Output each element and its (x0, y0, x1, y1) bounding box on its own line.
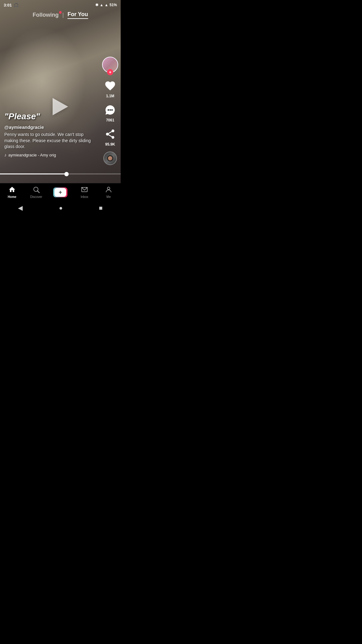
home-label: Home (8, 195, 16, 199)
top-navigation: Following | For You (0, 9, 121, 21)
nav-inbox[interactable]: Inbox (72, 186, 97, 199)
status-left: 3:01 🎧 (4, 3, 19, 7)
android-back-button[interactable]: ◀ (18, 204, 23, 212)
status-right: ✱ ▲ ▲ 51% (95, 3, 117, 7)
inbox-icon (81, 186, 88, 195)
like-count: 1.1M (106, 94, 114, 98)
music-disc[interactable] (103, 151, 117, 165)
wifi-icon: ▲ (100, 3, 103, 7)
music-text: aymieandgracie - Amy orig (8, 153, 56, 157)
spinning-disc (103, 151, 117, 165)
signal-icon: ▲ (105, 3, 108, 7)
comment-action[interactable]: 7061 (103, 103, 117, 122)
creator-username[interactable]: @aymieandgracie (4, 125, 93, 130)
nav-divider: | (62, 12, 64, 18)
svg-point-5 (111, 109, 113, 111)
caption-area: "Please" @aymieandgracie Penny wants to … (4, 112, 93, 157)
share-action[interactable]: 95.9K (103, 127, 117, 147)
inbox-label: Inbox (81, 195, 88, 199)
nav-create[interactable]: + (48, 187, 72, 197)
nav-me[interactable]: Me (97, 186, 121, 199)
android-home-button[interactable]: ● (59, 204, 62, 212)
profile-icon (105, 186, 112, 195)
share-count: 95.9K (105, 142, 115, 147)
battery-display: 51% (110, 3, 117, 7)
svg-point-4 (110, 109, 111, 111)
progress-thumb (64, 172, 69, 176)
following-tab[interactable]: Following (32, 12, 58, 18)
share-icon (103, 127, 117, 141)
music-info[interactable]: ♪ aymieandgracie - Amy orig (4, 152, 93, 157)
progress-fill (0, 173, 67, 174)
music-note-icon: ♪ (4, 152, 6, 157)
comment-count: 7061 (106, 118, 114, 122)
nav-home[interactable]: Home (0, 186, 24, 199)
svg-line-7 (38, 191, 40, 193)
headphone-icon: 🎧 (14, 3, 19, 7)
status-bar: 3:01 🎧 ✱ ▲ ▲ 51% (0, 0, 121, 9)
search-icon (32, 186, 40, 195)
video-overlay-text: "Please" (4, 112, 93, 121)
comment-icon (103, 103, 117, 117)
bottom-navigation: Home Discover + Inbox (0, 183, 121, 201)
active-tab-indicator (67, 18, 88, 19)
like-action[interactable]: 1.1M (103, 79, 117, 98)
notification-dot (59, 11, 62, 14)
follow-button[interactable]: + (107, 69, 113, 75)
creator-avatar[interactable]: + (102, 57, 118, 73)
right-sidebar: + 1.1M 7061 (102, 57, 118, 165)
svg-point-9 (107, 187, 110, 190)
video-description: Penny wants to go outside. We can't stop… (4, 132, 93, 150)
video-progress-bar[interactable] (0, 173, 121, 174)
discover-label: Discover (30, 195, 42, 199)
create-button[interactable]: + (53, 187, 67, 197)
disc-inner (107, 155, 113, 161)
svg-point-3 (108, 109, 109, 111)
time-display: 3:01 (4, 3, 12, 7)
nav-discover[interactable]: Discover (24, 186, 48, 199)
for-you-tab[interactable]: For You (67, 11, 88, 19)
android-navigation: ◀ ● ■ (0, 201, 121, 215)
me-label: Me (106, 195, 111, 199)
bluetooth-icon: ✱ (95, 3, 98, 7)
home-icon (8, 186, 16, 195)
android-recent-button[interactable]: ■ (99, 204, 102, 212)
create-plus-icon: + (58, 189, 62, 195)
heart-icon (103, 79, 117, 93)
